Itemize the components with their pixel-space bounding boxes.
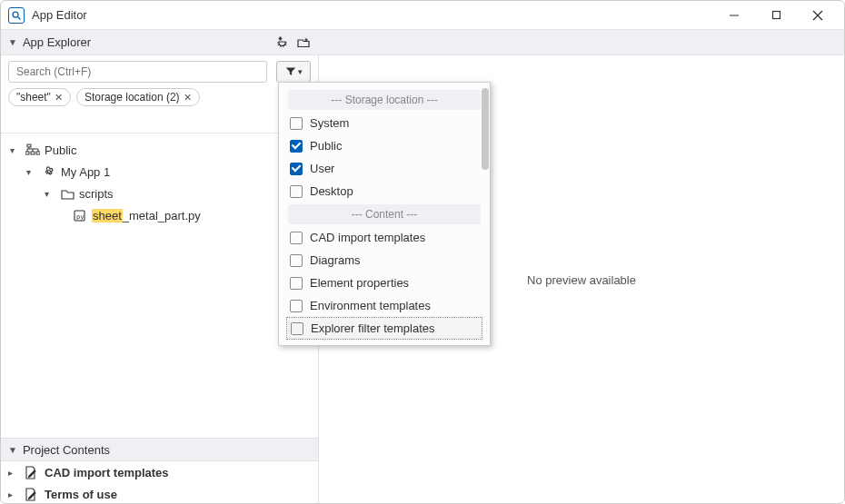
filter-item-label: Diagrams	[310, 253, 361, 267]
filter-section-content: --- Content ---	[288, 204, 481, 224]
chip-close-icon[interactable]: ✕	[55, 92, 63, 104]
tree-node-app[interactable]: ▾ My App 1	[1, 161, 318, 183]
python-file-icon: py	[72, 209, 88, 222]
add-app-icon[interactable]	[273, 35, 290, 51]
checkbox[interactable]	[291, 322, 303, 335]
filter-item-label: Explorer filter templates	[311, 321, 435, 335]
search-highlight: sheet	[92, 209, 123, 222]
tree-label: My App 1	[61, 165, 110, 179]
caret-down-icon: ▾	[26, 167, 37, 177]
document-edit-icon	[23, 488, 39, 501]
app-icon	[41, 165, 57, 179]
filter-item-label: Element properties	[310, 276, 409, 290]
tree-node-public[interactable]: ▾ Public	[1, 139, 318, 161]
filter-button[interactable]: ▾	[276, 61, 311, 83]
app-icon	[8, 7, 25, 24]
add-folder-icon[interactable]	[295, 35, 312, 51]
filter-item-label: Desktop	[310, 184, 353, 198]
checkbox-checked[interactable]	[290, 163, 303, 175]
svg-rect-8	[31, 152, 35, 154]
caret-right-icon: ▸	[8, 489, 17, 499]
filter-item-label: Environment templates	[310, 299, 431, 312]
filter-dropdown: --- Storage location --- System Public U…	[278, 82, 491, 346]
filter-item-explorer-filter-templates[interactable]: Explorer filter templates	[286, 317, 482, 340]
checkbox[interactable]	[290, 300, 303, 312]
caret-right-icon: ▸	[8, 468, 17, 478]
folder-icon	[59, 188, 75, 200]
search-row: ▾	[1, 55, 318, 88]
scrollbar-thumb[interactable]	[482, 88, 489, 170]
chip-close-icon[interactable]: ✕	[184, 92, 192, 104]
checkbox-checked[interactable]	[290, 140, 303, 153]
project-contents-header[interactable]: ▼ Project Contents	[1, 438, 318, 461]
filter-item-environment-templates[interactable]: Environment templates	[283, 294, 486, 317]
app-explorer-expander[interactable]: ▼	[8, 37, 17, 47]
window-title: App Editor	[32, 8, 715, 22]
filter-item-label: System	[310, 116, 349, 130]
filter-item-system[interactable]: System	[283, 112, 486, 134]
svg-point-10	[47, 170, 50, 173]
tree-node-folder[interactable]: ▾ scripts	[1, 183, 318, 204]
caret-down-icon: ▾	[10, 145, 21, 155]
filter-item-user[interactable]: User	[283, 157, 486, 180]
checkbox[interactable]	[290, 117, 303, 130]
content-label: CAD import templates	[45, 466, 169, 479]
filter-item-diagrams[interactable]: Diagrams	[283, 249, 486, 272]
close-button[interactable]	[799, 3, 837, 28]
checkbox[interactable]	[290, 232, 303, 244]
svg-line-1	[18, 16, 21, 19]
content-label: Terms of use	[45, 488, 117, 501]
tree-label: Public	[45, 143, 76, 157]
filter-item-element-properties[interactable]: Element properties	[283, 272, 486, 294]
public-icon	[25, 143, 41, 156]
tree-label: scripts	[79, 187, 114, 201]
filter-item-label: Public	[310, 139, 342, 153]
svg-rect-7	[25, 152, 29, 154]
checkbox[interactable]	[290, 254, 303, 267]
tree-file-name: sheet_metal_part.py	[92, 209, 201, 222]
chip-label: "sheet"	[16, 91, 51, 104]
svg-text:py: py	[76, 213, 84, 221]
titlebar: App Editor	[1, 1, 844, 30]
filter-chips: "sheet" ✕ Storage location (2) ✕	[1, 88, 318, 112]
tree-node-file[interactable]: py sheet_metal_part.py	[1, 204, 318, 226]
chip-label: Storage location (2)	[84, 91, 180, 104]
left-panel: ▾ "sheet" ✕ Storage location (2) ✕ ✕ De …	[1, 55, 319, 504]
subheader: ▼ App Explorer	[1, 30, 844, 55]
caret-down-icon: ▼	[8, 445, 17, 455]
window-controls	[715, 3, 837, 28]
filter-item-cad-import-templates[interactable]: CAD import templates	[283, 226, 486, 249]
maximize-button[interactable]	[757, 3, 795, 28]
svg-point-0	[13, 12, 18, 17]
filter-item-label: User	[310, 162, 334, 175]
document-edit-icon	[23, 466, 39, 479]
filter-item-desktop[interactable]: Desktop	[283, 180, 486, 203]
chevron-down-icon: ▾	[298, 67, 303, 76]
preview-empty-text: No preview available	[527, 273, 636, 287]
filter-item-public[interactable]: Public	[283, 134, 486, 157]
caret-down-icon: ▾	[45, 189, 55, 199]
app-explorer-label: App Explorer	[23, 35, 273, 49]
deselect-row[interactable]: ✕ De	[1, 112, 318, 133]
tree-area: ▾ Public ▾ My App 1	[1, 133, 318, 438]
section-label: Project Contents	[23, 443, 110, 457]
filter-chip-storage-location[interactable]: Storage location (2) ✕	[76, 88, 200, 106]
svg-rect-9	[36, 152, 40, 154]
filter-section-storage: --- Storage location ---	[288, 90, 481, 110]
minimize-button[interactable]	[715, 3, 753, 28]
filter-item-label: CAD import templates	[310, 231, 425, 244]
checkbox[interactable]	[290, 277, 303, 290]
checkbox[interactable]	[290, 185, 303, 198]
content-terms-of-use[interactable]: ▸ Terms of use	[1, 483, 318, 504]
svg-rect-3	[772, 12, 780, 19]
search-input[interactable]	[8, 61, 267, 83]
svg-rect-6	[27, 144, 31, 147]
content-cad-import-templates[interactable]: ▸ CAD import templates	[1, 461, 318, 483]
filter-chip-sheet[interactable]: "sheet" ✕	[8, 88, 71, 106]
